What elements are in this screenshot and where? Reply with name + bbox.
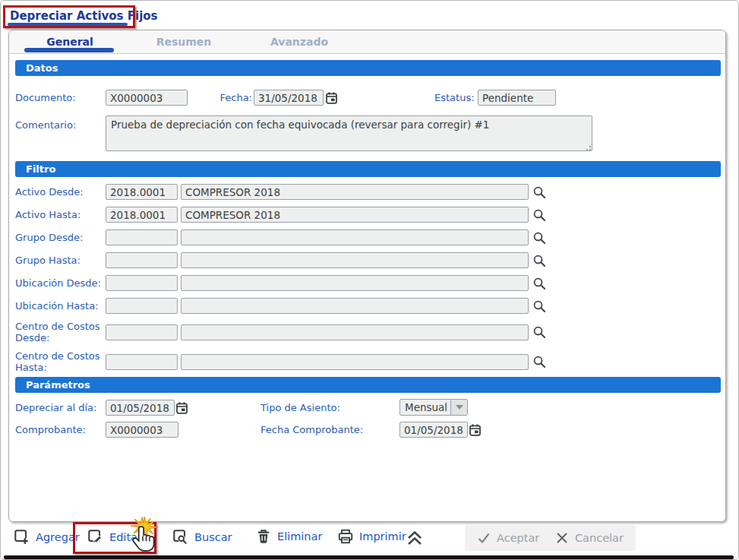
comentario-textarea[interactable]: Prueba de depreciación con fecha equivoc… — [106, 115, 592, 151]
filter-row-label: Ubicación Desde: — [15, 277, 106, 289]
collapse-toolbar-button[interactable] — [405, 529, 425, 547]
document-pencil-icon — [87, 528, 104, 546]
search-icon[interactable] — [532, 254, 546, 267]
trash-icon — [255, 528, 272, 545]
comprobante-input[interactable] — [106, 422, 178, 438]
agregar-button[interactable]: Agregar — [13, 528, 80, 546]
section-header-filtro: Filtro — [15, 161, 721, 177]
aceptar-label: Aceptar — [497, 532, 539, 544]
section-header-parametros: Parámetros — [15, 377, 721, 393]
cancelar-button[interactable]: Cancelar — [543, 525, 636, 551]
title-annotation-box — [3, 5, 135, 28]
search-icon[interactable] — [532, 355, 546, 369]
filter-row: Grupo Hasta: — [15, 252, 721, 268]
active-tab-indicator — [24, 48, 114, 52]
filter-code-input[interactable] — [106, 324, 178, 340]
filter-row: Activo Hasta: — [15, 207, 721, 223]
filter-row-label: Grupo Desde: — [15, 232, 106, 243]
check-icon — [477, 531, 491, 545]
hand-cursor-icon — [131, 524, 156, 556]
search-icon[interactable] — [532, 277, 546, 290]
x-icon — [555, 531, 569, 545]
document-search-icon — [172, 528, 189, 546]
documento-input[interactable] — [106, 90, 188, 106]
buscar-label: Buscar — [194, 531, 232, 543]
filter-desc-input[interactable] — [181, 275, 529, 291]
filter-row-label: Grupo Hasta: — [15, 255, 106, 266]
tab-resumen[interactable]: Resumen — [138, 36, 229, 48]
calendar-icon[interactable] — [469, 423, 482, 437]
filter-row: Ubicación Desde: — [15, 275, 721, 291]
search-icon[interactable] — [532, 185, 546, 199]
comentario-label: Comentario: — [15, 119, 76, 131]
filter-code-input[interactable] — [106, 252, 178, 268]
main-panel: General Resumen Avanzado Datos Documento… — [8, 30, 726, 522]
fecha-label: Fecha: — [213, 92, 252, 103]
aceptar-button[interactable]: Aceptar — [465, 525, 551, 551]
printer-icon — [337, 528, 354, 545]
fecha-comprobante-label: Fecha Comprobante: — [261, 424, 363, 435]
application-window: Depreciar Activos Fijos General Resumen … — [0, 0, 739, 560]
estatus-label: Estatus: — [434, 92, 475, 103]
filter-row: Activo Desde: — [15, 184, 721, 200]
filter-desc-input[interactable] — [181, 324, 529, 340]
filter-desc-input[interactable] — [181, 207, 529, 223]
filter-code-input[interactable] — [106, 275, 178, 291]
filter-desc-input[interactable] — [181, 298, 529, 314]
tab-avanzado[interactable]: Avanzado — [254, 36, 345, 48]
search-icon[interactable] — [532, 231, 546, 245]
filter-code-input[interactable] — [106, 207, 178, 223]
filter-code-input[interactable] — [106, 184, 178, 200]
filter-rows-container: Activo Desde: Activo Hasta: Grupo Desde: — [15, 184, 721, 380]
search-icon[interactable] — [532, 325, 546, 339]
buscar-button[interactable]: Buscar — [172, 528, 232, 546]
eliminar-button[interactable]: Eliminar — [255, 528, 322, 545]
section-header-datos: Datos — [15, 60, 721, 76]
eliminar-label: Eliminar — [277, 530, 322, 543]
calendar-icon[interactable] — [175, 401, 188, 415]
filter-row-label: Centro de Costos Hasta: — [15, 350, 106, 373]
filter-desc-input[interactable] — [181, 229, 529, 245]
filter-row: Grupo Desde: — [15, 229, 721, 245]
filter-row: Ubicación Hasta: — [15, 298, 721, 314]
depreciar-al-dia-label: Depreciar al día: — [15, 402, 96, 413]
filter-row-label: Activo Desde: — [15, 186, 106, 198]
window-bottom-edge — [4, 555, 734, 559]
filter-row-label: Activo Hasta: — [15, 209, 106, 220]
depreciar-al-dia-input[interactable] — [106, 400, 175, 416]
tab-general[interactable]: General — [24, 36, 115, 48]
imprimir-button[interactable]: Imprimir — [337, 528, 406, 545]
cancelar-label: Cancelar — [575, 532, 624, 544]
search-icon[interactable] — [532, 208, 546, 222]
filter-desc-input[interactable] — [181, 184, 529, 200]
comprobante-label: Comprobante: — [15, 424, 86, 435]
filter-code-input[interactable] — [106, 298, 178, 314]
tab-strip: General Resumen Avanzado — [9, 30, 725, 54]
fecha-input[interactable] — [254, 90, 324, 106]
tipo-de-asiento-value: Mensual — [400, 400, 450, 415]
filter-code-input[interactable] — [106, 354, 178, 370]
filter-desc-input[interactable] — [181, 354, 529, 370]
filter-desc-input[interactable] — [181, 252, 529, 268]
tipo-de-asiento-select[interactable]: Mensual — [400, 399, 468, 416]
tipo-de-asiento-label: Tipo de Asiento: — [261, 402, 340, 413]
filter-code-input[interactable] — [106, 229, 178, 245]
filter-row: Centro de Costos Desde: — [15, 321, 721, 343]
documento-label: Documento: — [15, 92, 76, 103]
search-icon[interactable] — [532, 299, 546, 313]
chevron-down-icon[interactable] — [450, 400, 467, 415]
calendar-icon[interactable] — [325, 91, 338, 105]
estatus-input[interactable] — [478, 90, 556, 106]
filter-row: Centro de Costos Hasta: — [15, 350, 721, 373]
fecha-comprobante-input[interactable] — [400, 422, 468, 438]
filter-row-label: Centro de Costos Desde: — [15, 321, 106, 343]
textarea-resize-grip[interactable] — [584, 144, 591, 150]
document-plus-icon — [13, 528, 30, 546]
filter-row-label: Ubicación Hasta: — [15, 300, 106, 312]
double-chevron-up-icon — [405, 529, 425, 547]
imprimir-label: Imprimir — [359, 530, 406, 543]
